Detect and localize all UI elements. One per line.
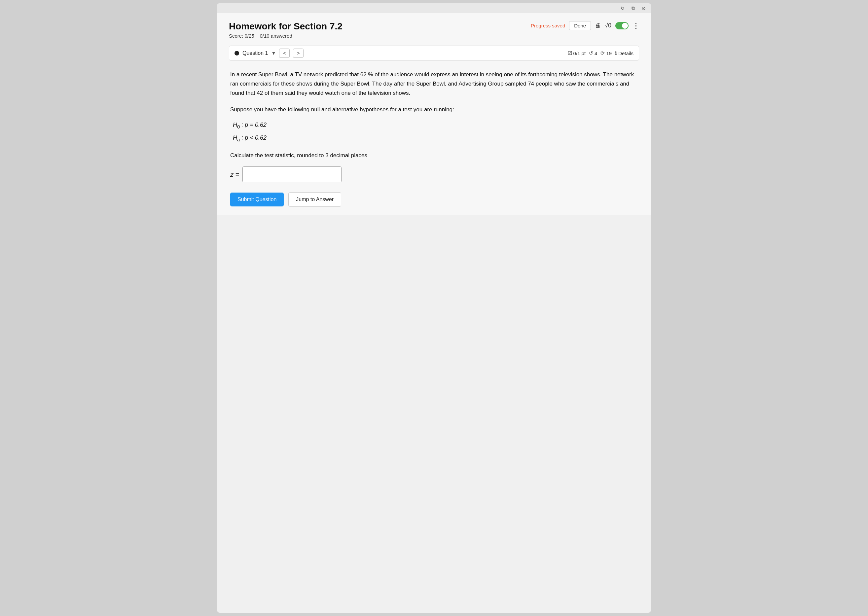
retries-display: ↺ 4 [589, 50, 597, 56]
null-hypothesis: H0 : p = 0.62 [233, 120, 638, 131]
hypothesis-block: H0 : p = 0.62 Ha : p < 0.62 [230, 120, 638, 144]
question-nav-left: Question 1 ▼ < > [234, 49, 303, 58]
question-body: In a recent Super Bowl, a TV network pre… [229, 70, 639, 207]
question-text: In a recent Super Bowl, a TV network pre… [230, 70, 638, 98]
print-icon[interactable]: 🖨 [595, 22, 601, 29]
prev-question-button[interactable]: < [279, 49, 290, 58]
action-buttons: Submit Question Jump to Answer [230, 192, 638, 207]
done-button[interactable]: Done [569, 21, 591, 30]
more-options-icon[interactable]: ⋮ [633, 22, 639, 30]
jump-to-answer-button[interactable]: Jump to Answer [288, 192, 341, 207]
score-label: Score: 0/25 0/10 answered [229, 33, 292, 39]
question-dot [234, 51, 239, 55]
page-title: Homework for Section 7.2 [229, 21, 342, 32]
alt-hypothesis: Ha : p < 0.62 [233, 133, 638, 144]
info-icon: ℹ [615, 50, 617, 56]
question-nav: Question 1 ▼ < > ☑ 0/1 pt ↺ 4 ⟳ 19 [229, 46, 639, 61]
details-link[interactable]: ℹ Details [615, 50, 634, 56]
browser-bar: ↻ ⧉ ⊘ [217, 3, 651, 13]
toggle-switch[interactable] [615, 22, 629, 29]
main-content: Homework for Section 7.2 Score: 0/25 0/1… [217, 13, 651, 215]
question-label: Question 1 [242, 50, 268, 56]
progress-saved-label: Progress saved [531, 23, 565, 28]
z-answer-input[interactable] [242, 167, 342, 182]
sqrt-icon: √0 [605, 22, 611, 29]
title-section: Homework for Section 7.2 Score: 0/25 0/1… [229, 21, 342, 39]
refresh-small-icon: ⟳ [600, 50, 605, 56]
z-label: z = [230, 169, 239, 180]
checkbox-icon: ☑ [568, 50, 572, 56]
suppose-text: Suppose you have the following null and … [230, 105, 638, 115]
submit-question-button[interactable]: Submit Question [230, 193, 284, 206]
refresh-icon[interactable]: ↻ [619, 5, 626, 11]
undo-icon: ↺ [589, 50, 593, 56]
submissions-display: ⟳ 19 [600, 50, 612, 56]
header-row: Homework for Section 7.2 Score: 0/25 0/1… [229, 21, 639, 39]
z-input-row: z = [230, 167, 638, 182]
points-display: ☑ 0/1 pt [568, 50, 586, 56]
back-icon[interactable]: ⊘ [640, 5, 647, 11]
next-question-button[interactable]: > [293, 49, 303, 58]
copy-icon[interactable]: ⧉ [630, 5, 636, 11]
page-container: ↻ ⧉ ⊘ Homework for Section 7.2 Score: 0/… [217, 3, 651, 613]
header-controls: Progress saved Done 🖨 √0 ⋮ [531, 21, 639, 30]
question-dropdown-icon[interactable]: ▼ [271, 50, 276, 56]
calculate-text: Calculate the test statistic, rounded to… [230, 151, 638, 160]
question-nav-right: ☑ 0/1 pt ↺ 4 ⟳ 19 ℹ Details [568, 50, 634, 56]
